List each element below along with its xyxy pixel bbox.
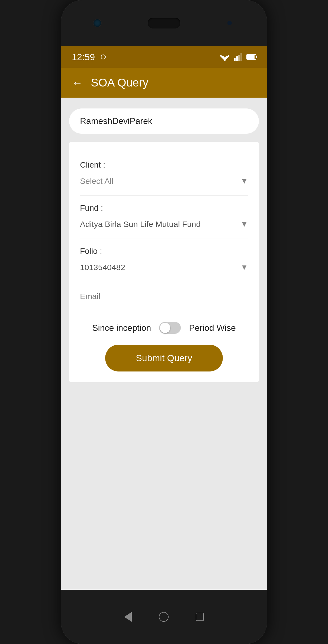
recent-nav-icon: [196, 613, 204, 621]
email-group: [80, 282, 248, 311]
fund-value: Aditya Birla Sun Life Mutual Fund: [80, 220, 201, 229]
form-card: Client : Select All ▼ Fund : Aditya Birl…: [69, 142, 259, 382]
bottom-bezel: [61, 590, 267, 644]
app-toolbar: ← SOA Query: [61, 68, 267, 98]
phone-screen: 12:59: [61, 46, 267, 590]
speaker: [148, 18, 180, 28]
status-time: 12:59: [72, 52, 95, 62]
email-input[interactable]: [80, 290, 248, 303]
client-dropdown[interactable]: Select All ▼: [80, 174, 248, 188]
back-nav-button[interactable]: [124, 612, 132, 622]
folio-value: 1013540482: [80, 263, 125, 272]
status-indicator: [101, 55, 106, 59]
client-arrow-icon: ▼: [240, 177, 248, 185]
back-button[interactable]: ←: [72, 77, 83, 89]
battery-icon: [246, 54, 256, 60]
folio-group: Folio : 1013540482 ▼: [80, 239, 248, 282]
home-nav-icon: [159, 612, 169, 622]
search-bar[interactable]: RameshDeviParek: [69, 108, 259, 134]
client-group: Client : Select All ▼: [80, 153, 248, 196]
phone-frame: 12:59: [61, 0, 267, 644]
fund-label: Fund :: [80, 203, 248, 213]
front-camera: [94, 19, 101, 27]
top-bezel: [61, 0, 267, 46]
screen-content: RameshDeviParek Client : Select All ▼ Fu…: [61, 98, 267, 590]
folio-label: Folio :: [80, 246, 248, 256]
folio-arrow-icon: ▼: [240, 263, 248, 272]
sensor: [227, 21, 232, 25]
fund-arrow-icon: ▼: [240, 220, 248, 229]
fund-group: Fund : Aditya Birla Sun Life Mutual Fund…: [80, 196, 248, 239]
period-toggle[interactable]: [159, 322, 181, 334]
since-inception-label: Since inception: [92, 323, 151, 333]
status-bar: 12:59: [61, 46, 267, 68]
fund-dropdown[interactable]: Aditya Birla Sun Life Mutual Fund ▼: [80, 217, 248, 231]
period-toggle-row: Since inception Period Wise: [80, 311, 248, 339]
home-nav-button[interactable]: [159, 612, 169, 622]
back-nav-icon: [124, 612, 132, 622]
wifi-icon: [220, 53, 230, 61]
svg-rect-6: [240, 53, 242, 61]
client-value: Select All: [80, 177, 113, 186]
svg-rect-3: [234, 58, 236, 61]
search-value: RameshDeviParek: [80, 116, 152, 126]
toggle-knob: [160, 323, 170, 333]
recent-nav-button[interactable]: [196, 613, 204, 621]
signal-icon: [234, 53, 242, 61]
svg-rect-4: [236, 56, 238, 61]
status-icons: [220, 53, 256, 61]
page-title: SOA Query: [91, 76, 148, 89]
svg-rect-5: [238, 55, 240, 61]
submit-button[interactable]: Submit Query: [105, 345, 223, 371]
client-label: Client :: [80, 160, 248, 169]
folio-dropdown[interactable]: 1013540482 ▼: [80, 261, 248, 274]
period-wise-label: Period Wise: [189, 323, 236, 333]
